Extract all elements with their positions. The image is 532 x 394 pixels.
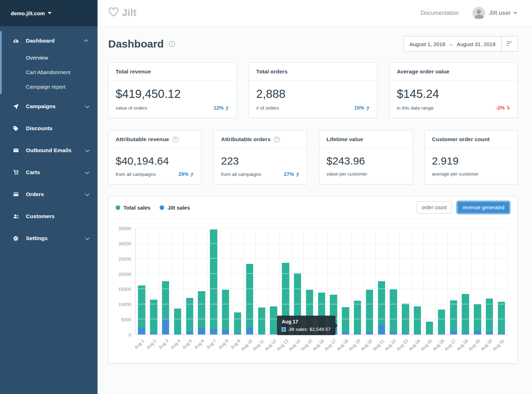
stats-row-primary: Total revenue$419,450.12value of orders1… [108,62,518,118]
stacked-bar [498,228,505,334]
documentation-link[interactable]: Documentation [421,10,459,16]
bar-aug-24[interactable] [412,228,424,334]
sidebar-subitem-overview[interactable]: Overview [0,50,98,65]
chevron-down-icon [85,170,90,174]
bar-aug-8[interactable] [220,228,232,334]
bar-aug-18[interactable] [340,228,352,334]
date-controls: August 1, 2018 – August 31, 2018 [403,36,518,52]
legend-item-total-sales[interactable]: Total sales [116,205,150,211]
bar-aug-19[interactable] [352,228,364,334]
bar-aug-5[interactable] [184,228,196,334]
bar-aug-20[interactable] [364,228,376,334]
sidebar-nav: DashboardOverviewCart AbandonmentCampaig… [0,26,98,251]
nav-group-settings: Settings [0,229,98,248]
date-range-picker[interactable]: August 1, 2018 – August 31, 2018 [403,36,501,52]
stat-value: $40,194.64 [116,155,194,167]
sidebar-item-dashboard[interactable]: Dashboard [0,31,98,50]
chart-mode-button-revenue-generated[interactable]: revenue generated [458,202,509,213]
sidebar-subitem-cart-abandonment[interactable]: Cart Abandonment [0,65,98,79]
card-title: Total orders [249,63,377,81]
dashboard-icon [13,38,21,44]
bar-aug-26[interactable] [436,228,448,334]
bar-aug-23[interactable] [400,228,412,334]
card-body: $145.24in this date range-2% [390,81,517,118]
y-tick-label: 25000 [118,256,131,261]
caret-down-icon [48,12,51,14]
stat-value: $419,450.12 [116,87,229,101]
credit-card-icon [13,192,21,197]
help-icon[interactable] [274,137,280,143]
bar-aug-9[interactable] [232,228,244,334]
stat-card-total-revenue: Total revenue$419,450.12value of orders1… [108,62,237,118]
jilt-sales-segment [342,332,349,334]
bar-aug-30[interactable] [484,228,496,334]
bar-aug-22[interactable] [388,228,400,334]
jilt-sales-segment [354,334,361,334]
total-sales-segment [450,300,457,331]
stacked-bar [462,228,469,334]
bar-aug-11[interactable] [256,228,268,334]
chart-body: 05000100001500020000250003000035000 Aug … [109,218,517,363]
legend-dot [116,205,120,210]
bar-aug-1[interactable] [136,228,148,334]
total-sales-segment [222,290,229,329]
sidebar-item-outbound-emails[interactable]: Outbound Emails [0,141,98,160]
filter-button[interactable] [501,36,518,52]
bar-aug-10[interactable] [244,228,256,334]
jilt-sales-segment [270,334,277,334]
sidebar-item-discounts[interactable]: Discounts [0,119,98,138]
sidebar-item-customers[interactable]: Customers [0,207,98,226]
jilt-sales-segment [450,331,457,334]
jilt-sales-segment [378,325,385,334]
envelope-icon [13,148,21,153]
bar-aug-28[interactable] [460,228,472,334]
jilt-sales-segment [462,333,469,334]
info-icon[interactable] [169,41,175,47]
users-icon [13,213,21,219]
sidebar-item-settings[interactable]: Settings [0,229,98,248]
stacked-bar [210,228,217,334]
bar-aug-27[interactable] [448,228,460,334]
bar-aug-2[interactable] [148,228,160,334]
y-axis: 05000100001500020000250003000035000 [113,228,135,335]
stacked-bar [438,228,445,334]
total-sales-segment [378,281,385,325]
page-title: Dashboard [108,38,164,50]
sidebar-subitem-campaign-report[interactable]: Campaign report [0,79,98,94]
bar-aug-3[interactable] [160,228,172,334]
total-sales-segment [498,302,505,333]
card-title: Customer order count [425,131,517,149]
chart-mode-button-order-count[interactable]: order count [416,201,452,213]
bar-aug-31[interactable] [495,228,508,334]
sidebar-item-campaigns[interactable]: Campaigns [0,97,98,116]
bar-aug-25[interactable] [424,228,436,334]
total-sales-segment [342,307,349,332]
total-sales-segment [366,290,373,332]
bar-aug-4[interactable] [172,228,184,334]
stacked-bar [342,228,349,334]
sidebar-item-label: Carts [26,169,40,176]
help-icon[interactable] [172,137,178,143]
user-menu[interactable]: Jilt user [472,7,517,20]
bar-aug-29[interactable] [472,228,484,334]
legend-item-jilt-sales[interactable]: Jilt sales [160,205,190,211]
x-tick-aug-6: Aug 6 [196,335,208,361]
site-switcher[interactable]: demo.jilt.com [0,0,98,26]
sidebar-item-orders[interactable]: Orders [0,185,98,204]
x-tick-label: Aug 1 [134,338,145,350]
y-tick-label: 20000 [118,271,131,277]
sidebar-item-carts[interactable]: Carts [0,163,98,182]
stacked-bar [234,228,241,334]
bar-aug-7[interactable] [208,228,220,334]
gridline [136,243,508,244]
card-title: Lifetime value [320,131,412,149]
stat-caption: from all campaigns [116,172,156,177]
stacked-bar [270,228,277,334]
bar-aug-6[interactable] [196,228,208,334]
total-sales-segment [138,285,145,327]
stacked-bar [138,228,145,334]
y-tick-label: 30000 [118,241,131,246]
bar-aug-21[interactable] [376,228,388,334]
stacked-bar [402,228,409,334]
stacked-bar [450,228,457,334]
